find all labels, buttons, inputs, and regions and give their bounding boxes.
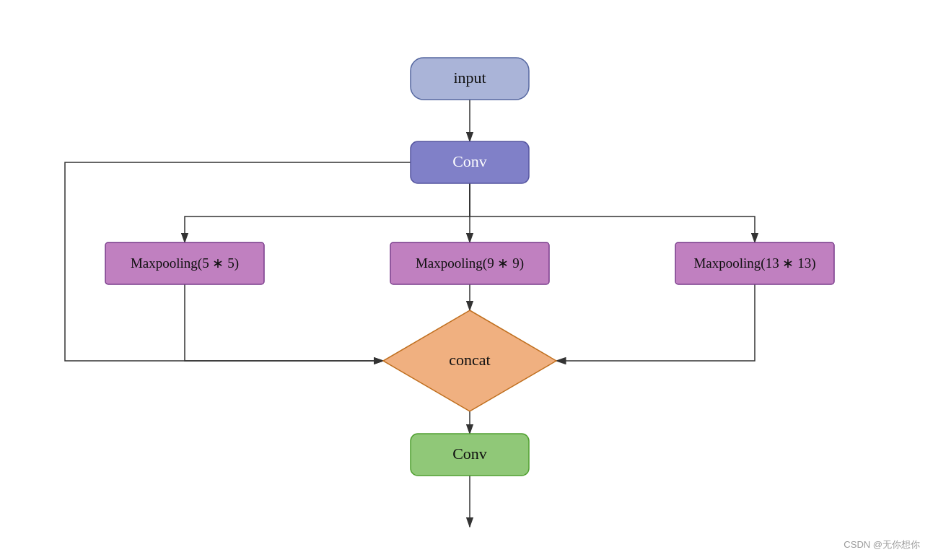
mp55-label: Maxpooling(5 ∗ 5): [131, 255, 239, 271]
input-label: input: [453, 69, 486, 87]
flowchart-svg: input Conv Maxpooling(5 ∗ 5) Maxpooling(…: [0, 0, 933, 560]
diagram-container: input Conv Maxpooling(5 ∗ 5) Maxpooling(…: [0, 0, 933, 560]
conv2-label: Conv: [452, 445, 487, 463]
arrow-mp1313-concat: [556, 284, 755, 361]
concat-label: concat: [449, 351, 490, 369]
mp99-label: Maxpooling(9 ∗ 9): [416, 255, 524, 271]
arrow-mp55-concat: [185, 284, 383, 361]
watermark: CSDN @无你想你: [844, 538, 920, 551]
arrow-conv1-mp1313: [470, 183, 755, 242]
arrow-conv1-mp55: [185, 183, 470, 242]
conv1-label: Conv: [452, 152, 487, 170]
mp1313-label: Maxpooling(13 ∗ 13): [693, 255, 815, 271]
